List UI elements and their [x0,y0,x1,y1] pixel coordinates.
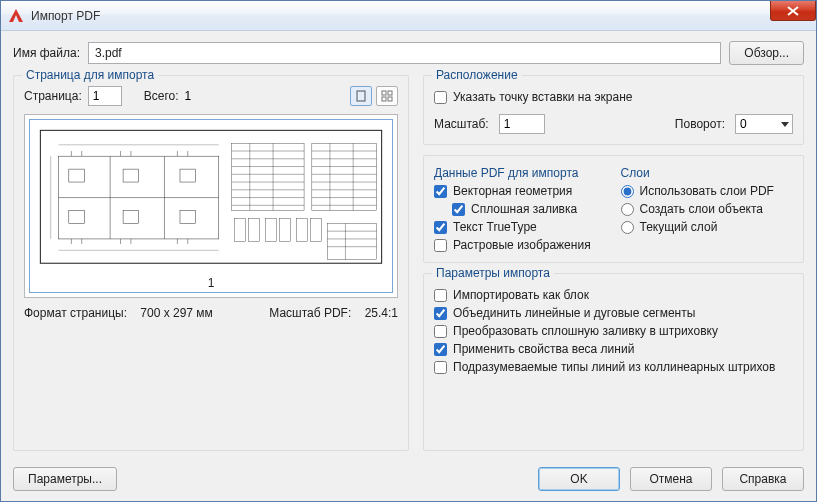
truetype-text-label: Текст TrueType [453,220,537,234]
solid-fill-checkbox[interactable] [452,203,465,216]
use-pdf-layers-radio[interactable] [621,185,634,198]
location-title: Расположение [432,68,522,82]
titlebar: Импорт PDF [1,1,816,31]
svg-rect-1 [382,91,386,95]
bottom-bar: Параметры... OK Отмена Справка [13,461,804,491]
apply-lineweight-checkbox[interactable] [434,343,447,356]
specify-insertion-point-label: Указать точку вставки на экране [453,90,632,104]
vector-geometry-label: Векторная геометрия [453,184,572,198]
solid-fill-label: Сплошная заливка [471,202,577,216]
app-logo-icon [7,7,25,25]
scale-label: Масштаб: [434,117,489,131]
scale-rotate-row: Масштаб: Поворот: [434,114,793,134]
ok-button[interactable]: OK [538,467,620,491]
truetype-text-checkbox[interactable] [434,221,447,234]
apply-lineweight-label: Применить свойства веса линий [453,342,634,356]
create-object-layers-radio[interactable] [621,203,634,216]
svg-rect-4 [388,97,392,101]
view-single-button[interactable] [350,86,372,106]
page-select-row: Страница: Всего: 1 [24,86,398,106]
data-layers-group: Данные PDF для импорта Векторная геометр… [423,155,804,263]
solid-to-hatch-label: Преобразовать сплошную заливку в штрихов… [453,324,718,338]
location-group: Расположение Указать точку вставки на эк… [423,75,804,145]
page-footer-info: Формат страницы: 700 x 297 мм Масштаб PD… [24,306,398,320]
filename-input[interactable] [88,42,721,64]
help-button[interactable]: Справка [722,467,804,491]
dialog-body: Имя файла: Обзор... Страница для импорта… [1,31,816,501]
columns: Страница для импорта Страница: Всего: 1 [13,75,804,461]
current-layer-label: Текущий слой [640,220,718,234]
import-params-title: Параметры импорта [432,266,554,280]
pdf-scale: Масштаб PDF: 25.4:1 [269,306,398,320]
join-segments-label: Объединить линейные и дуговые сегменты [453,306,695,320]
svg-rect-2 [388,91,392,95]
page-number-input[interactable] [88,86,122,106]
import-params-group: Параметры импорта Импортировать как блок… [423,273,804,451]
filename-label: Имя файла: [13,46,80,60]
specify-insertion-point-row: Указать точку вставки на экране [434,90,793,104]
cancel-button[interactable]: Отмена [630,467,712,491]
parameters-button[interactable]: Параметры... [13,467,117,491]
join-segments-checkbox[interactable] [434,307,447,320]
vector-geometry-checkbox[interactable] [434,185,447,198]
create-object-layers-label: Создать слои объекта [640,202,764,216]
total-value: 1 [185,89,192,103]
raster-images-label: Растровые изображения [453,238,591,252]
layers-subgroup: Слои Использовать слои PDF Создать слои … [621,166,794,256]
use-pdf-layers-label: Использовать слои PDF [640,184,774,198]
file-row: Имя файла: Обзор... [13,41,804,65]
pdf-data-title: Данные PDF для импорта [434,166,607,180]
svg-rect-0 [357,91,365,101]
drawing-thumbnail-icon [30,120,392,274]
current-layer-radio[interactable] [621,221,634,234]
svg-rect-3 [382,97,386,101]
grid-icon [381,90,393,102]
data-layers-twocol: Данные PDF для импорта Векторная геометр… [434,166,793,256]
preview-page-number: 1 [30,274,392,292]
layers-title: Слои [621,166,794,180]
page-preview[interactable]: 1 [24,114,398,298]
scale-input[interactable] [499,114,545,134]
page-format: Формат страницы: 700 x 297 мм [24,306,213,320]
browse-button[interactable]: Обзор... [729,41,804,65]
close-icon [787,6,799,16]
left-column: Страница для импорта Страница: Всего: 1 [13,75,409,461]
window-title: Импорт PDF [31,9,100,23]
pdf-data-subgroup: Данные PDF для импорта Векторная геометр… [434,166,607,256]
page-import-group: Страница для импорта Страница: Всего: 1 [13,75,409,451]
implied-linetypes-checkbox[interactable] [434,361,447,374]
close-button[interactable] [770,1,816,21]
dialog-import-pdf: Импорт PDF Имя файла: Обзор... Страница … [0,0,817,502]
view-mode-buttons [350,86,398,106]
view-grid-button[interactable] [376,86,398,106]
rotate-input[interactable] [735,114,793,134]
specify-insertion-point-checkbox[interactable] [434,91,447,104]
rotate-label: Поворот: [675,117,725,131]
page-label: Страница: [24,89,82,103]
solid-to-hatch-checkbox[interactable] [434,325,447,338]
page-preview-inner: 1 [29,119,393,293]
total-label: Всего: [144,89,179,103]
import-as-block-checkbox[interactable] [434,289,447,302]
import-as-block-label: Импортировать как блок [453,288,589,302]
right-column: Расположение Указать точку вставки на эк… [423,75,804,461]
implied-linetypes-label: Подразумеваемые типы линий из коллинеарн… [453,360,775,374]
raster-images-checkbox[interactable] [434,239,447,252]
single-page-icon [355,90,367,102]
page-import-title: Страница для импорта [22,68,158,82]
